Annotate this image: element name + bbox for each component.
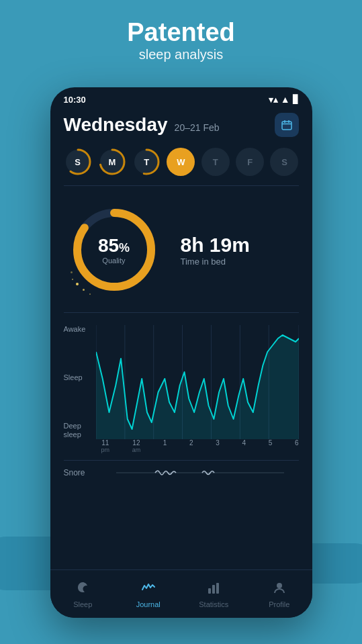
sleep-label: Sleep (73, 600, 92, 608)
status-bar: 10:30 ▾▴ ▲ ▊ (50, 87, 312, 107)
battery-icon: ▊ (293, 95, 299, 104)
tib-label: Time in bed (181, 257, 250, 267)
status-icons: ▾▴ ▲ ▊ (269, 94, 299, 105)
svg-marker-20 (96, 335, 299, 439)
svg-rect-24 (216, 583, 219, 594)
sleep-label: Sleep (64, 373, 91, 381)
nav-item-journal[interactable]: Journal (116, 570, 181, 618)
quality-percent: 85% (98, 235, 130, 257)
profile-icon (272, 580, 287, 598)
svg-rect-23 (212, 585, 215, 594)
svg-rect-0 (282, 122, 291, 130)
calendar-button[interactable] (275, 113, 299, 137)
quality-label: Quality (98, 257, 130, 265)
awake-label: Awake (64, 325, 91, 333)
date-main: Wednesday 20–21 Feb (64, 114, 220, 136)
header-section: Patented sleep analysis (0, 0, 362, 75)
week-day-s2[interactable]: S (270, 148, 298, 176)
statistics-label: Statistics (199, 600, 228, 608)
snore-wave (101, 466, 299, 479)
date-row: Wednesday 20–21 Feb (64, 113, 299, 137)
statistics-icon (206, 580, 221, 598)
snore-row: Snore (64, 460, 299, 485)
sleep-graph: Awake Sleep Deepsleep (64, 325, 299, 453)
app-title: Patented (0, 19, 362, 47)
week-day-w[interactable]: W (167, 148, 195, 176)
week-day-f[interactable]: F (236, 148, 264, 176)
phone-frame: 10:30 ▾▴ ▲ ▊ Wednesday 20–21 Feb (50, 87, 312, 618)
graph-canvas (96, 325, 299, 439)
day-label: Wednesday (64, 114, 168, 136)
journal-icon (141, 580, 156, 598)
snore-label: Snore (64, 468, 101, 477)
date-range: 20–21 Feb (175, 122, 220, 133)
time-axis: 11 pm 12 am 1 2 3 4 5 6 (101, 439, 299, 453)
bottom-nav: Sleep Journal Statistics (50, 569, 312, 618)
week-row: S M T W T (64, 148, 299, 186)
svg-point-25 (277, 583, 282, 588)
donut-container: 85% Quality (64, 199, 165, 300)
journal-label: Journal (136, 600, 161, 608)
week-day-s1[interactable]: S (64, 148, 92, 176)
week-day-t2[interactable]: T (201, 148, 230, 176)
graph-y-labels: Awake Sleep Deepsleep (64, 325, 96, 439)
wifi-icon: ▾▴ (269, 95, 278, 105)
week-day-m[interactable]: M (98, 148, 126, 176)
profile-label: Profile (269, 600, 289, 608)
deep-sleep-label: Deepsleep (64, 422, 91, 439)
nav-item-statistics[interactable]: Statistics (181, 570, 247, 618)
app-subtitle: sleep analysis (0, 47, 362, 62)
sleep-stats: 85% Quality 8h 19m Time in bed (64, 199, 299, 313)
time-display: 10:30 (64, 95, 86, 105)
sleep-icon (75, 580, 90, 598)
week-day-t1[interactable]: T (132, 148, 161, 176)
nav-item-sleep[interactable]: Sleep (50, 570, 116, 618)
nav-item-profile[interactable]: Profile (246, 570, 312, 618)
tib-time: 8h 19m (181, 234, 250, 257)
time-in-bed: 8h 19m Time in bed (181, 234, 250, 267)
svg-rect-22 (208, 588, 211, 594)
signal-icon: ▲ (281, 94, 290, 105)
